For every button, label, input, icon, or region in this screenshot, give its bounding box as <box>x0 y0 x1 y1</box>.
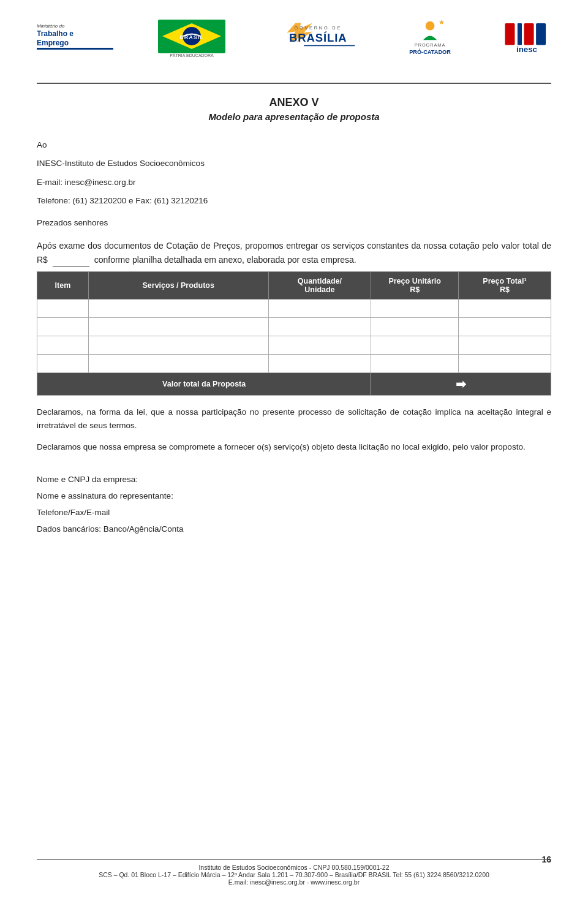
address-institution: INESC-Instituto de Estudos Socioeconômic… <box>37 157 551 170</box>
cell <box>268 300 371 318</box>
cell <box>458 318 551 336</box>
cell <box>458 336 551 355</box>
cell <box>268 355 371 373</box>
cell <box>37 355 89 373</box>
svg-rect-19 <box>518 23 522 45</box>
address-to: Ao <box>37 139 551 151</box>
footer-line2: SCS – Qd. 01 Bloco L-17 – Edifício Márci… <box>37 871 551 878</box>
declaration-paragraph-1: Declaramos, na forma da lei, que a nossa… <box>37 406 551 433</box>
intro-paragraph: Após exame dos documentos de Cotação de … <box>37 239 551 266</box>
footer-line1: Instituto de Estudos Socioeconômicos - C… <box>37 864 551 871</box>
cell <box>88 300 268 318</box>
page-subtitle: Modelo para apresentação de proposta <box>37 111 551 122</box>
header-logos: Ministério do Trabalho e Emprego BRASIL <box>37 18 551 64</box>
table-footer-row: Valor total da Proposta ➡ <box>37 373 551 396</box>
total-arrow: ➡ <box>371 373 551 396</box>
total-label: Valor total da Proposta <box>37 373 371 396</box>
svg-text:GOVERNO DE: GOVERNO DE <box>294 25 342 30</box>
address-email: E-mail: inesc@inesc.org.br <box>37 176 551 189</box>
company-banking-label: Dados bancários: Banco/Agência/Conta <box>37 521 551 537</box>
cell <box>371 336 459 355</box>
cell <box>88 318 268 336</box>
page-title: ANEXO V <box>37 96 551 109</box>
col-header-services: Serviços / Produtos <box>88 272 268 300</box>
svg-text:★★★★: ★★★★ <box>186 34 193 36</box>
svg-text:inesc: inesc <box>516 45 538 54</box>
cell <box>88 355 268 373</box>
col-header-unit-price: Preço UnitárioR$ <box>371 272 459 300</box>
declaration-paragraph-2: Declaramos que nossa empresa se comprome… <box>37 440 551 454</box>
svg-rect-3 <box>37 48 113 50</box>
company-representative-label: Nome e assinatura do representante: <box>37 488 551 504</box>
table-row <box>37 300 551 318</box>
svg-rect-18 <box>505 23 514 45</box>
cell <box>371 318 459 336</box>
cell <box>37 318 89 336</box>
greeting: Prezados senhores <box>37 217 551 229</box>
table-header-row: Item Serviços / Produtos Quantidade/Unid… <box>37 272 551 300</box>
company-cnpj-label: Nome e CNPJ da empresa: <box>37 471 551 488</box>
svg-text:Emprego: Emprego <box>37 39 69 47</box>
cell <box>371 355 459 373</box>
title-section: ANEXO V Modelo para apresentação de prop… <box>37 96 551 122</box>
proposal-table: Item Serviços / Produtos Quantidade/Unid… <box>37 271 551 396</box>
col-header-qty: Quantidade/Unidade <box>268 272 371 300</box>
svg-point-14 <box>426 21 435 30</box>
company-contact-label: Telefone/Fax/E-mail <box>37 504 551 521</box>
cell <box>458 300 551 318</box>
svg-text:PÁTRIA EDUCADORA: PÁTRIA EDUCADORA <box>170 53 214 58</box>
table-row <box>37 355 551 373</box>
cell <box>371 300 459 318</box>
col-header-total-price: Preço Total¹R$ <box>458 272 551 300</box>
address-phone: Telefone: (61) 32120200 e Fax: (61) 3212… <box>37 195 551 207</box>
logo-brasilia: GOVERNO DE BRASÍLIA <box>266 20 358 57</box>
page-footer: Instituto de Estudos Socioeconômicos - C… <box>37 859 551 886</box>
logo-procatador: ★ PROGRAMA PRÓ-CATADOR <box>397 20 464 57</box>
cell <box>88 336 268 355</box>
page: Ministério do Trabalho e Emprego BRASIL <box>0 0 588 898</box>
cell <box>37 336 89 355</box>
svg-text:PROGRAMA: PROGRAMA <box>415 42 445 48</box>
svg-text:PRÓ-CATADOR: PRÓ-CATADOR <box>409 48 451 55</box>
svg-text:BRASÍLIA: BRASÍLIA <box>289 31 347 44</box>
cell <box>458 355 551 373</box>
logo-ministerio: Ministério do Trabalho e Emprego <box>37 20 116 57</box>
col-header-item: Item <box>37 272 89 300</box>
table-row <box>37 318 551 336</box>
footer-line3: E.mail: inesc@inesc.org.br - www.inesc.o… <box>37 878 551 886</box>
header-divider <box>37 83 551 84</box>
table-row <box>37 336 551 355</box>
svg-text:Trabalho e: Trabalho e <box>37 29 74 38</box>
cell <box>268 336 371 355</box>
svg-text:★: ★ <box>439 20 445 26</box>
company-info: Nome e CNPJ da empresa: Nome e assinatur… <box>37 471 551 537</box>
cell <box>268 318 371 336</box>
svg-text:Ministério do: Ministério do <box>37 23 65 29</box>
svg-rect-20 <box>524 23 534 45</box>
svg-rect-21 <box>536 23 546 45</box>
logo-inesc: inesc <box>502 20 551 57</box>
cell <box>37 300 89 318</box>
logo-brasil: BRASIL ★★★★ PÁTRIA EDUCADORA <box>155 18 228 58</box>
